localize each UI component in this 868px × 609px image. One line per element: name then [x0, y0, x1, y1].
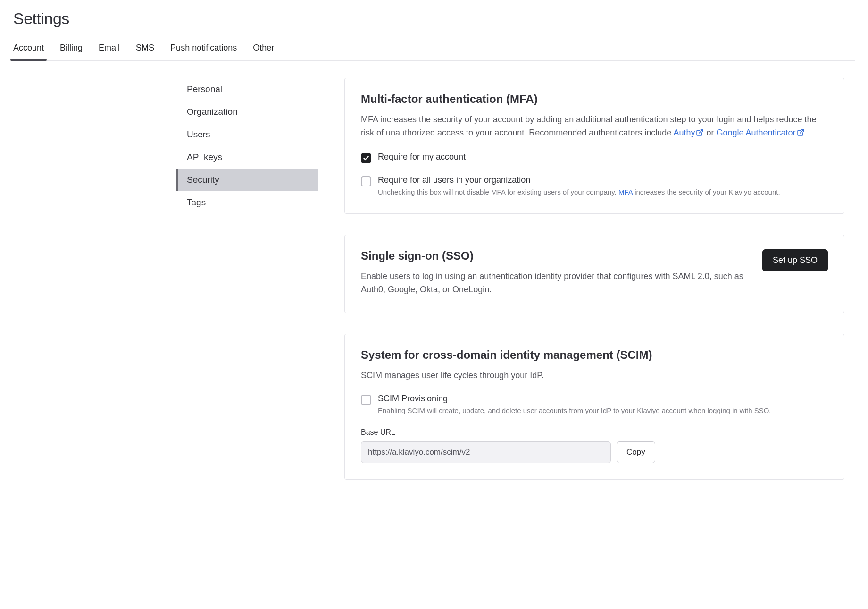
svg-line-1 [800, 129, 804, 133]
sidebar-item-tags[interactable]: Tags [176, 191, 318, 214]
set-up-sso-button[interactable]: Set up SSO [762, 249, 828, 271]
sidebar-item-organization[interactable]: Organization [176, 101, 318, 123]
base-url-input[interactable] [361, 441, 611, 463]
tab-account[interactable]: Account [13, 43, 44, 60]
scim-card: System for cross-domain identity managem… [344, 334, 844, 480]
sso-description: Enable users to log in using an authenti… [361, 270, 753, 296]
tab-push-notifications[interactable]: Push notifications [170, 43, 237, 60]
authy-link[interactable]: Authy [673, 128, 704, 137]
sso-card: Single sign-on (SSO) Enable users to log… [344, 235, 844, 313]
require-my-account-label: Require for my account [378, 152, 466, 162]
sidebar-item-security[interactable]: Security [176, 169, 318, 191]
require-all-users-checkbox[interactable] [361, 176, 371, 186]
sso-heading: Single sign-on (SSO) [361, 249, 753, 262]
settings-sidebar: Personal Organization Users API keys Sec… [176, 78, 318, 500]
sidebar-item-personal[interactable]: Personal [176, 78, 318, 101]
scim-provisioning-label: SCIM Provisioning [378, 394, 771, 404]
sidebar-item-users[interactable]: Users [176, 123, 318, 146]
scim-description: SCIM manages user life cycles through yo… [361, 369, 828, 382]
scim-provisioning-subtext: Enabling SCIM will create, update, and d… [378, 406, 771, 416]
tab-other[interactable]: Other [253, 43, 274, 60]
mfa-card: Multi-factor authentication (MFA) MFA in… [344, 78, 844, 214]
sidebar-item-api-keys[interactable]: API keys [176, 146, 318, 169]
require-all-users-label: Require for all users in your organizati… [378, 175, 780, 185]
mfa-heading: Multi-factor authentication (MFA) [361, 93, 828, 106]
svg-line-0 [699, 129, 703, 133]
mfa-description: MFA increases the security of your accou… [361, 113, 828, 141]
base-url-label: Base URL [361, 428, 828, 437]
require-all-users-subtext: Unchecking this box will not disable MFA… [378, 187, 780, 198]
page-title: Settings [13, 9, 855, 28]
require-my-account-checkbox[interactable] [361, 153, 371, 163]
tab-sms[interactable]: SMS [136, 43, 154, 60]
external-link-icon [797, 127, 805, 141]
top-tabs: Account Billing Email SMS Push notificat… [13, 43, 855, 61]
tab-email[interactable]: Email [99, 43, 120, 60]
scim-provisioning-checkbox[interactable] [361, 395, 371, 405]
copy-button[interactable]: Copy [617, 441, 655, 463]
external-link-icon [696, 127, 704, 141]
tab-billing[interactable]: Billing [60, 43, 83, 60]
scim-heading: System for cross-domain identity managem… [361, 348, 828, 362]
mfa-help-link[interactable]: MFA [618, 188, 633, 196]
google-authenticator-link[interactable]: Google Authenticator [716, 128, 804, 137]
